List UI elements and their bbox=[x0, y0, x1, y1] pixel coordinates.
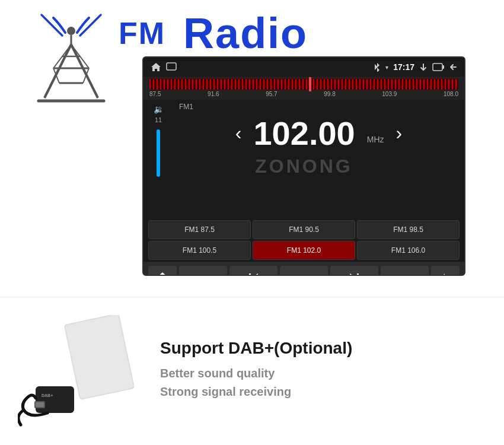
fm-band-label: FM1 bbox=[179, 103, 193, 111]
next-button[interactable] bbox=[330, 266, 378, 276]
freq-slider-bar[interactable] bbox=[149, 79, 458, 90]
svg-rect-13 bbox=[433, 63, 442, 71]
preset-btn-3[interactable]: FM1 98.5 bbox=[357, 220, 460, 239]
preset-btn-1[interactable]: FM1 87.5 bbox=[148, 220, 251, 239]
prev-icon bbox=[248, 272, 259, 276]
dab-feature-1: Better sound quality bbox=[160, 367, 492, 380]
freq-marker bbox=[309, 77, 311, 91]
svg-point-0 bbox=[67, 27, 75, 35]
preset-btn-4[interactable]: FM1 100.5 bbox=[148, 241, 251, 260]
strong-button[interactable]: STRONG bbox=[381, 266, 429, 276]
left-panel: 🔉 11 bbox=[143, 100, 173, 218]
preset-btn-2[interactable]: FM1 90.5 bbox=[253, 220, 355, 239]
freq-next-arrow[interactable]: › bbox=[396, 122, 403, 144]
time-display: 17:17 bbox=[393, 62, 414, 72]
svg-line-2 bbox=[44, 44, 71, 98]
freq-scale: 87.5 91.6 95.7 99.8 103.9 108.0 bbox=[143, 90, 464, 98]
back-arrow-icon bbox=[449, 63, 457, 71]
main-frequency-area: FM1 ‹ 102.00 MHz › bbox=[173, 100, 464, 218]
bottom-section: DAB+ Support DAB+(Optional) Better sound… bbox=[0, 297, 504, 445]
preset-btn-6[interactable]: FM1 106.0 bbox=[357, 241, 460, 260]
freq-scale-5: 103.9 bbox=[382, 91, 397, 97]
volume-icon: 🔉 bbox=[154, 104, 164, 114]
search-button[interactable]: Search bbox=[179, 266, 227, 276]
radio-label: Radio bbox=[183, 9, 308, 58]
freq-scale-3: 95.7 bbox=[266, 91, 277, 97]
prev-button[interactable] bbox=[229, 266, 277, 276]
freq-scale-1: 87.5 bbox=[149, 91, 161, 97]
screen-icon bbox=[432, 63, 444, 71]
fm1-button[interactable]: FM1 bbox=[280, 266, 328, 276]
svg-rect-12 bbox=[167, 63, 176, 70]
freq-slider-container[interactable]: 87.5 91.6 95.7 99.8 103.9 108.0 bbox=[143, 77, 464, 100]
control-bar: Search FM1 STRONG bbox=[143, 262, 464, 276]
status-bar: ▾ 17:17 bbox=[143, 58, 464, 77]
notification-icon bbox=[419, 63, 428, 71]
svg-text:DAB+: DAB+ bbox=[42, 393, 53, 398]
freq-scale-6: 108.0 bbox=[444, 91, 458, 97]
svg-rect-16 bbox=[357, 274, 359, 276]
home-button[interactable] bbox=[148, 266, 177, 276]
device-screen: ▾ 17:17 bbox=[142, 56, 465, 276]
rect-status-icon bbox=[166, 62, 177, 71]
signal-dot: ▾ bbox=[385, 64, 388, 71]
radio-content: 🔉 11 FM1 ‹ 102.00 MHz › bbox=[143, 100, 464, 218]
freq-prev-arrow[interactable]: ‹ bbox=[235, 122, 242, 144]
dab-title: Support DAB+(Optional) bbox=[160, 339, 492, 358]
home-ctrl-icon bbox=[157, 272, 168, 276]
back-ctrl-icon bbox=[440, 272, 451, 276]
frequency-display: ‹ 102.00 MHz › bbox=[235, 114, 402, 152]
svg-line-3 bbox=[71, 44, 98, 98]
home-status-icon bbox=[151, 62, 161, 72]
svg-rect-19 bbox=[36, 386, 74, 413]
next-icon bbox=[349, 272, 359, 276]
freq-value: 102.00 bbox=[253, 114, 355, 152]
back-button[interactable] bbox=[431, 266, 460, 276]
volume-bar[interactable] bbox=[157, 129, 160, 177]
dab-device-illustration: DAB+ bbox=[18, 315, 136, 428]
volume-number: 11 bbox=[155, 116, 162, 123]
dab-feature-2: Strong signal receiving bbox=[160, 385, 492, 399]
preset-btn-5[interactable]: FM1 102.0 bbox=[253, 241, 355, 260]
radio-tower-icon bbox=[33, 12, 110, 107]
status-right: ▾ 17:17 bbox=[374, 62, 457, 72]
svg-rect-18 bbox=[65, 315, 133, 399]
freq-scale-4: 99.8 bbox=[324, 91, 335, 97]
tower-icon-area bbox=[12, 6, 130, 107]
top-section: FM Radio ▾ 17:1 bbox=[0, 0, 504, 297]
fm-radio-title: FM Radio bbox=[119, 9, 492, 58]
fm-label: FM bbox=[119, 15, 165, 51]
status-left-icons bbox=[151, 62, 177, 72]
freq-scale-2: 91.6 bbox=[208, 91, 219, 97]
dab-image-area: DAB+ bbox=[12, 312, 142, 431]
svg-rect-15 bbox=[249, 274, 251, 276]
presets-grid: FM1 87.5 FM1 90.5 FM1 98.5 FM1 100.5 FM1… bbox=[143, 218, 464, 262]
svg-rect-22 bbox=[36, 402, 44, 407]
freq-unit: MHz bbox=[367, 135, 384, 144]
bluetooth-icon bbox=[374, 62, 381, 72]
dab-text-area: Support DAB+(Optional) Better sound qual… bbox=[142, 339, 492, 403]
svg-rect-14 bbox=[442, 65, 444, 69]
